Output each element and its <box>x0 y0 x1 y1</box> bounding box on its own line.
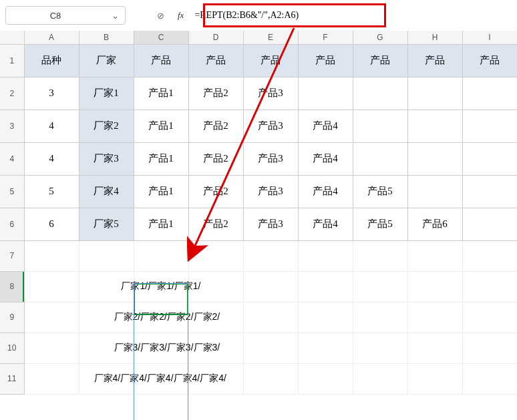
cell[interactable] <box>407 363 462 394</box>
cell[interactable]: 产品1 <box>134 77 188 110</box>
cell[interactable]: 产品2 <box>188 77 243 110</box>
cell[interactable]: 产品3 <box>243 110 298 142</box>
row-header-2[interactable]: 2 <box>0 77 24 110</box>
cell[interactable] <box>243 363 298 394</box>
col-header-a[interactable]: A <box>24 31 79 44</box>
row-header-10[interactable]: 10 <box>0 333 24 363</box>
cell[interactable]: 5 <box>24 175 79 208</box>
cell-c11[interactable]: 厂家4/厂家4/厂家4/厂家4/厂家4/ <box>134 363 188 394</box>
cell[interactable] <box>79 240 134 271</box>
cell[interactable]: 产品1 <box>134 175 188 208</box>
cell[interactable]: 产品4 <box>298 110 353 142</box>
cell[interactable]: 产品2 <box>188 175 243 208</box>
row-header-1[interactable]: 1 <box>0 44 24 77</box>
cell[interactable]: 产品 <box>188 44 243 77</box>
cell[interactable]: 产品2 <box>188 110 243 142</box>
cell[interactable] <box>462 333 517 363</box>
cell[interactable] <box>353 240 407 271</box>
row-header-11[interactable]: 11 <box>0 363 24 394</box>
cell-c9[interactable]: 厂家2/厂家2/厂家2/厂家2/ <box>134 302 188 333</box>
cell[interactable]: 产品 <box>243 44 298 77</box>
fx-label[interactable]: fx <box>178 10 184 21</box>
cell[interactable]: 产品1 <box>134 142 188 175</box>
cell[interactable] <box>462 77 517 110</box>
cell[interactable] <box>24 271 79 302</box>
cell[interactable] <box>243 271 298 302</box>
row-header-7[interactable]: 7 <box>0 240 24 271</box>
cell[interactable]: 产品4 <box>298 142 353 175</box>
cell[interactable]: 产品 <box>462 44 517 77</box>
chevron-down-icon[interactable]: ⌄ <box>105 11 125 21</box>
cell[interactable] <box>462 142 517 175</box>
cell-c10[interactable]: 厂家3/厂家3/厂家3/厂家3/ <box>134 333 188 363</box>
col-header-d[interactable]: D <box>188 31 243 44</box>
cell[interactable] <box>24 333 79 363</box>
cell[interactable] <box>134 240 188 271</box>
cell[interactable]: 4 <box>24 110 79 142</box>
cell[interactable]: 产品1 <box>134 208 188 240</box>
cell[interactable]: 厂家4 <box>79 175 134 208</box>
cell[interactable] <box>407 77 462 110</box>
cell[interactable] <box>462 271 517 302</box>
cell[interactable] <box>353 333 407 363</box>
row-header-6[interactable]: 6 <box>0 208 24 240</box>
col-header-h[interactable]: H <box>407 31 462 44</box>
col-header-e[interactable]: E <box>243 31 298 44</box>
cell[interactable]: 厂家5 <box>79 208 134 240</box>
spreadsheet-grid[interactable]: A B C D E F G H I 1 品种 厂家 产品 产品 产品 产品 产品… <box>0 31 517 395</box>
cell[interactable]: 产品4 <box>298 208 353 240</box>
cell[interactable] <box>243 302 298 333</box>
cell[interactable]: 产品6 <box>407 208 462 240</box>
cell[interactable]: 产品3 <box>243 77 298 110</box>
cancel-icon[interactable]: ⊘ <box>151 6 170 25</box>
cell[interactable]: 3 <box>24 77 79 110</box>
cell[interactable] <box>407 110 462 142</box>
cell[interactable]: 产品5 <box>353 175 407 208</box>
select-all-corner[interactable] <box>0 31 24 44</box>
cell-c8[interactable]: 厂家1/厂家1/厂家1/ <box>134 271 188 302</box>
formula-bar[interactable] <box>189 6 456 25</box>
cell[interactable] <box>298 363 353 394</box>
cell[interactable]: 产品 <box>407 44 462 77</box>
name-box[interactable]: C8 ⌄ <box>5 6 126 25</box>
cell[interactable]: 产品1 <box>134 110 188 142</box>
cell[interactable] <box>407 271 462 302</box>
cell[interactable] <box>298 302 353 333</box>
row-header-4[interactable]: 4 <box>0 142 24 175</box>
cell[interactable] <box>243 240 298 271</box>
cell[interactable]: 产品2 <box>188 142 243 175</box>
cell[interactable] <box>298 240 353 271</box>
cell[interactable] <box>298 271 353 302</box>
cell[interactable] <box>353 302 407 333</box>
cell[interactable] <box>407 175 462 208</box>
cell[interactable] <box>462 302 517 333</box>
cell[interactable] <box>462 175 517 208</box>
cell[interactable] <box>353 363 407 394</box>
cell[interactable]: 产品 <box>298 44 353 77</box>
cell[interactable]: 厂家3 <box>79 142 134 175</box>
cell[interactable]: 产品 <box>134 44 188 77</box>
cell[interactable]: 产品 <box>353 44 407 77</box>
cell[interactable] <box>243 333 298 363</box>
cell[interactable]: 品种 <box>24 44 79 77</box>
cell[interactable]: 厂家 <box>79 44 134 77</box>
cell[interactable]: 厂家2 <box>79 110 134 142</box>
cell[interactable]: 产品4 <box>298 175 353 208</box>
cell[interactable] <box>407 302 462 333</box>
col-header-g[interactable]: G <box>353 31 407 44</box>
cell[interactable] <box>24 363 79 394</box>
cell[interactable] <box>462 208 517 240</box>
cell[interactable] <box>298 77 353 110</box>
row-header-3[interactable]: 3 <box>0 110 24 142</box>
cell[interactable]: 产品3 <box>243 175 298 208</box>
cell[interactable]: 产品3 <box>243 208 298 240</box>
cell[interactable]: 厂家1 <box>79 77 134 110</box>
col-header-f[interactable]: F <box>298 31 353 44</box>
cell[interactable] <box>24 302 79 333</box>
cell[interactable]: 4 <box>24 142 79 175</box>
cell[interactable] <box>462 110 517 142</box>
cell[interactable] <box>24 240 79 271</box>
row-header-9[interactable]: 9 <box>0 302 24 333</box>
cell[interactable] <box>462 363 517 394</box>
cell[interactable]: 产品2 <box>188 208 243 240</box>
